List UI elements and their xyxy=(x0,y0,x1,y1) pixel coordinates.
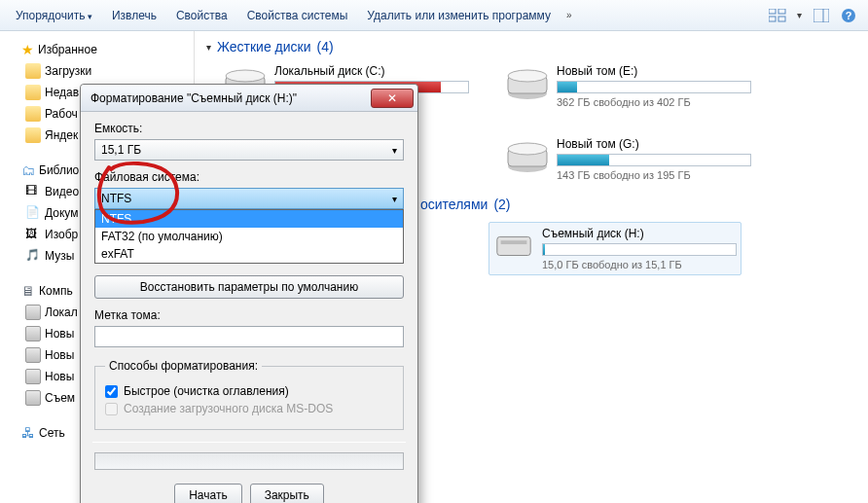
svg-rect-3 xyxy=(778,17,785,21)
filesystem-option-fat32[interactable]: FAT32 (по умолчанию) xyxy=(95,228,403,245)
drive-free-space: 15,0 ГБ свободно из 15,1 ГБ xyxy=(542,259,737,270)
star-icon: ★ xyxy=(21,42,34,57)
format-progress-bar xyxy=(94,452,404,470)
capacity-label: Емкость: xyxy=(94,122,404,135)
pictures-icon: 🖼 xyxy=(25,227,41,242)
sidebar-libraries-label: Библио xyxy=(39,163,79,177)
dialog-titlebar[interactable]: Форматирование "Съемный диск (H:)" ✕ xyxy=(81,85,417,112)
drive-icon xyxy=(25,326,41,341)
sidebar-computer-label: Компь xyxy=(39,284,73,298)
capacity-combobox[interactable]: 15,1 ГБ xyxy=(94,139,404,161)
folder-icon xyxy=(25,127,41,143)
close-dialog-button[interactable]: Закрыть xyxy=(250,484,324,503)
drive-name: Съемный диск (H:) xyxy=(542,227,737,240)
sidebar-item-downloads[interactable]: Загрузки xyxy=(4,60,190,82)
svg-rect-4 xyxy=(814,9,829,22)
svg-rect-18 xyxy=(501,240,527,244)
volume-label-input[interactable] xyxy=(94,326,404,347)
view-dropdown-chevron-icon[interactable]: ▾ xyxy=(793,10,806,20)
view-options-icon[interactable] xyxy=(766,4,789,27)
quick-format-checkbox[interactable] xyxy=(105,385,118,398)
svg-rect-1 xyxy=(778,9,785,14)
drive-capacity-bar xyxy=(557,81,751,93)
help-icon[interactable]: ? xyxy=(837,4,860,27)
music-icon: 🎵 xyxy=(25,248,41,264)
filesystem-dropdown-list: NTFS FAT32 (по умолчанию) exFAT xyxy=(94,209,404,264)
chevron-down-icon: ▾ xyxy=(206,42,211,53)
removable-section-header[interactable]: осителями (2) xyxy=(420,197,856,212)
drive-icon xyxy=(25,305,41,320)
properties-button[interactable]: Свойства xyxy=(168,5,235,26)
overflow-chevron-icon[interactable]: » xyxy=(562,10,576,20)
hdd-icon xyxy=(506,137,549,174)
msdos-checkbox-row: Создание загрузочного диска MS-DOS xyxy=(105,402,393,415)
extract-button[interactable]: Извлечь xyxy=(104,5,164,26)
system-properties-button[interactable]: Свойства системы xyxy=(239,5,356,26)
organize-button[interactable]: Упорядочить xyxy=(8,5,100,26)
drive-icon xyxy=(25,347,41,363)
format-methods-legend: Способы форматирования: xyxy=(105,359,262,373)
video-icon: 🎞 xyxy=(25,184,41,199)
drive-icon xyxy=(25,369,41,384)
hard-disks-section-header[interactable]: ▾ Жесткие диски (4) xyxy=(206,39,856,54)
documents-icon: 📄 xyxy=(25,205,41,221)
hard-disks-count: (4) xyxy=(317,39,334,54)
drive-item-removable[interactable]: Съемный диск (H:) 15,0 ГБ свободно из 15… xyxy=(488,222,741,275)
network-icon: 🖧 xyxy=(21,425,35,441)
msdos-checkbox xyxy=(105,403,118,415)
svg-rect-17 xyxy=(497,236,530,255)
close-button[interactable]: ✕ xyxy=(371,89,414,108)
filesystem-option-ntfs[interactable]: NTFS xyxy=(95,210,403,228)
svg-point-13 xyxy=(508,70,547,82)
drive-name: Новый том (E:) xyxy=(557,64,751,78)
sidebar-favorites-label: Избранное xyxy=(38,43,97,56)
folder-icon xyxy=(25,106,41,122)
dialog-title: Форматирование "Съемный диск (H:)" xyxy=(90,91,371,105)
explorer-toolbar: Упорядочить Извлечь Свойства Свойства си… xyxy=(0,0,868,31)
drive-item[interactable]: Новый том (G:) 143 ГБ свободно из 195 ГБ xyxy=(506,137,759,181)
preview-pane-icon[interactable] xyxy=(810,4,833,27)
libraries-icon: 🗂 xyxy=(21,162,35,178)
drive-name: Новый том (G:) xyxy=(557,137,751,151)
folder-icon xyxy=(25,85,41,100)
sidebar-favorites-header[interactable]: ★ Избранное xyxy=(4,39,190,60)
restore-defaults-button[interactable]: Восстановить параметры по умолчанию xyxy=(94,275,404,299)
svg-rect-0 xyxy=(769,9,776,14)
svg-rect-2 xyxy=(769,17,776,21)
volume-label-label: Метка тома: xyxy=(94,308,404,322)
folder-icon xyxy=(25,63,41,79)
removable-label: осителями xyxy=(420,197,488,212)
hard-disks-label: Жесткие диски xyxy=(217,39,311,54)
svg-point-16 xyxy=(508,143,547,155)
drive-capacity-bar xyxy=(557,154,751,166)
drive-item[interactable]: Новый том (E:) 362 ГБ свободно из 402 ГБ xyxy=(506,64,759,108)
removable-count: (2) xyxy=(493,197,510,212)
sidebar-network-label: Сеть xyxy=(39,426,65,440)
drive-capacity-bar xyxy=(542,243,737,256)
hdd-icon xyxy=(506,64,549,101)
uninstall-button[interactable]: Удалить или изменить программу xyxy=(359,5,559,26)
format-dialog: Форматирование "Съемный диск (H:)" ✕ Емк… xyxy=(80,84,418,503)
computer-icon: 🖥 xyxy=(21,283,35,299)
filesystem-option-exfat[interactable]: exFAT xyxy=(95,245,403,263)
quick-format-checkbox-row[interactable]: Быстрое (очистка оглавления) xyxy=(105,384,393,398)
drive-name: Локальный диск (C:) xyxy=(274,64,469,78)
drive-free-space: 362 ГБ свободно из 402 ГБ xyxy=(557,96,751,108)
format-methods-fieldset: Способы форматирования: Быстрое (очистка… xyxy=(94,359,404,430)
drive-free-space: 143 ГБ свободно из 195 ГБ xyxy=(557,169,751,181)
drive-icon xyxy=(25,390,41,406)
filesystem-label: Файловая система: xyxy=(94,170,404,184)
start-button[interactable]: Начать xyxy=(174,484,242,503)
removable-drive-icon xyxy=(493,227,534,264)
filesystem-combobox[interactable]: NTFS NTFS FAT32 (по умолчанию) exFAT xyxy=(94,188,404,209)
svg-text:?: ? xyxy=(846,10,852,21)
svg-point-10 xyxy=(226,70,265,82)
